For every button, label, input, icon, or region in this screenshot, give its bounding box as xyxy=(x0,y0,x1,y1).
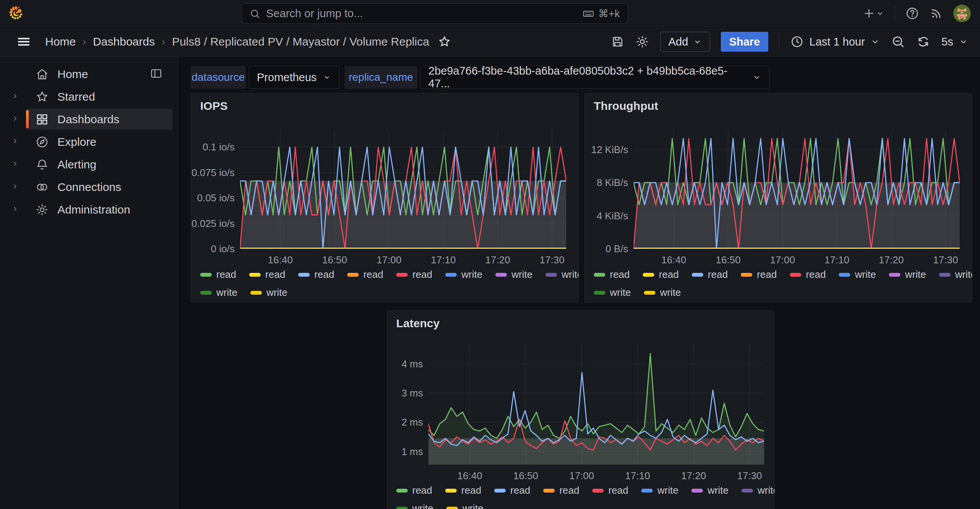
latency-chart[interactable] xyxy=(428,344,764,465)
refresh-interval-picker[interactable]: 5s xyxy=(941,36,969,48)
legend-swatch xyxy=(200,273,212,277)
legend-item-read[interactable]: read xyxy=(396,485,432,496)
sidebar-item-label: Starred xyxy=(57,90,95,103)
variable-label-datasource: datasource xyxy=(191,66,246,89)
legend-item-write[interactable]: write xyxy=(200,287,237,299)
iops-chart[interactable] xyxy=(240,130,566,249)
breadcrumb-home[interactable]: Home xyxy=(45,35,76,48)
x-axis-tick: 17:00 xyxy=(377,254,402,266)
sidebar-item-alerting[interactable]: Alerting xyxy=(0,153,178,176)
legend-swatch xyxy=(445,489,457,493)
legend-label: read xyxy=(314,269,334,281)
legend-item-write[interactable]: write xyxy=(446,502,483,509)
legend-item-write[interactable]: write xyxy=(889,269,926,281)
legend-item-write[interactable]: write xyxy=(839,269,876,281)
legend-item-write[interactable]: write xyxy=(445,269,482,281)
favorite-button[interactable] xyxy=(438,35,451,49)
legend-label: read xyxy=(608,485,628,496)
grafana-logo-icon[interactable] xyxy=(8,5,24,22)
legend-label: read xyxy=(610,269,630,281)
panel-title[interactable]: Latency xyxy=(396,317,439,330)
sidebar-item-label: Home xyxy=(57,68,88,81)
sidebar-item-starred[interactable]: Starred xyxy=(0,85,178,108)
legend-item-read[interactable]: read xyxy=(692,269,728,281)
legend-item-read[interactable]: read xyxy=(594,269,630,281)
x-axis-tick: 17:10 xyxy=(825,254,849,266)
y-axis-tick: 0.075 io/s xyxy=(191,166,235,178)
sidebar-item-dashboards[interactable]: Dashboards xyxy=(0,108,178,131)
legend-item-read[interactable]: read xyxy=(347,269,383,281)
legend-item-write[interactable]: write xyxy=(594,287,631,299)
zoom-out-button[interactable] xyxy=(891,34,905,49)
panel-title[interactable]: IOPS xyxy=(200,100,228,113)
legend-label: read xyxy=(757,269,777,281)
legend-item-write[interactable]: write xyxy=(742,485,775,496)
help-button[interactable] xyxy=(905,6,920,21)
datasource-select[interactable]: Prometheus xyxy=(249,66,339,89)
legend-item-read[interactable]: read xyxy=(543,485,579,496)
chevron-right-icon xyxy=(11,205,19,213)
legend-item-write[interactable]: write xyxy=(250,287,287,299)
legend-swatch xyxy=(543,489,555,493)
legend-item-read[interactable]: read xyxy=(298,269,334,281)
new-button[interactable] xyxy=(862,7,885,20)
search-input[interactable]: Search or jump to... ⌘+k xyxy=(241,3,628,24)
search-icon xyxy=(249,8,261,20)
legend-item-write[interactable]: write xyxy=(691,485,728,496)
apps-icon xyxy=(35,113,49,126)
legend-item-read[interactable]: read xyxy=(396,269,432,281)
legend-item-write[interactable]: write xyxy=(644,287,681,299)
sidebar-item-explore[interactable]: Explore xyxy=(0,131,178,153)
legend-label: write xyxy=(657,485,678,496)
legend-swatch xyxy=(200,291,212,295)
chevron-right-icon xyxy=(11,182,19,191)
throughput-chart[interactable] xyxy=(634,130,960,249)
legend-label: write xyxy=(855,269,876,281)
sidebar-item-administration[interactable]: Administration xyxy=(0,198,178,221)
legend-label: write xyxy=(707,485,728,496)
nav-sidebar: HomeStarredDashboardsExploreAlertingConn… xyxy=(0,57,178,509)
x-axis-tick: 16:50 xyxy=(513,470,538,482)
x-axis-tick: 16:50 xyxy=(322,254,347,266)
legend-item-read[interactable]: read xyxy=(200,269,236,281)
legend-item-read[interactable]: read xyxy=(643,269,679,281)
variable-label-replica-name: replica_name xyxy=(345,66,417,89)
add-button[interactable]: Add xyxy=(660,32,710,52)
refresh-icon xyxy=(916,34,931,49)
refresh-button[interactable] xyxy=(916,34,931,49)
legend-swatch xyxy=(494,489,506,493)
breadcrumb-dashboards[interactable]: Dashboards xyxy=(93,35,155,48)
legend-item-write[interactable]: write xyxy=(641,485,678,496)
legend: readreadreadreadreadwritewritewritewrite… xyxy=(396,485,775,509)
news-button[interactable] xyxy=(929,7,943,20)
chevron-right-icon xyxy=(11,114,19,123)
time-range-picker[interactable]: Last 1 hour xyxy=(790,35,880,49)
legend-item-read[interactable]: read xyxy=(741,269,777,281)
legend-item-read[interactable]: read xyxy=(790,269,826,281)
legend-item-write[interactable]: write xyxy=(546,269,579,281)
user-avatar[interactable] xyxy=(953,5,971,22)
dashboard-settings-button[interactable] xyxy=(635,34,650,49)
legend-item-read[interactable]: read xyxy=(445,485,481,496)
sidebar-item-home[interactable]: Home xyxy=(0,63,178,85)
sidebar-item-label: Administration xyxy=(57,203,130,216)
legend-swatch xyxy=(691,489,703,493)
share-button[interactable]: Share xyxy=(721,32,769,52)
replica-name-select[interactable]: 2be9a766-f3be-43bb-a6ba-afe08050b3c2 + b… xyxy=(420,66,769,89)
legend: readreadreadreadreadwritewritewritewrite… xyxy=(200,269,579,299)
legend-item-read[interactable]: read xyxy=(494,485,530,496)
legend-item-read[interactable]: read xyxy=(592,485,628,496)
sidebar-item-connections[interactable]: Connections xyxy=(0,176,178,198)
y-axis-tick: 4 KiB/s xyxy=(597,210,628,222)
legend-swatch xyxy=(546,273,557,277)
panel-title[interactable]: Throughput xyxy=(594,100,658,113)
legend-item-read[interactable]: read xyxy=(249,269,285,281)
save-dashboard-button[interactable] xyxy=(611,35,624,49)
legend-item-write[interactable]: write xyxy=(396,502,433,509)
dock-menu-button[interactable] xyxy=(150,67,163,82)
legend-item-write[interactable]: write xyxy=(939,269,972,281)
mega-menu-toggle[interactable] xyxy=(16,34,31,49)
legend-item-write[interactable]: write xyxy=(495,269,532,281)
gear-icon xyxy=(635,34,650,49)
legend-swatch xyxy=(594,291,605,295)
